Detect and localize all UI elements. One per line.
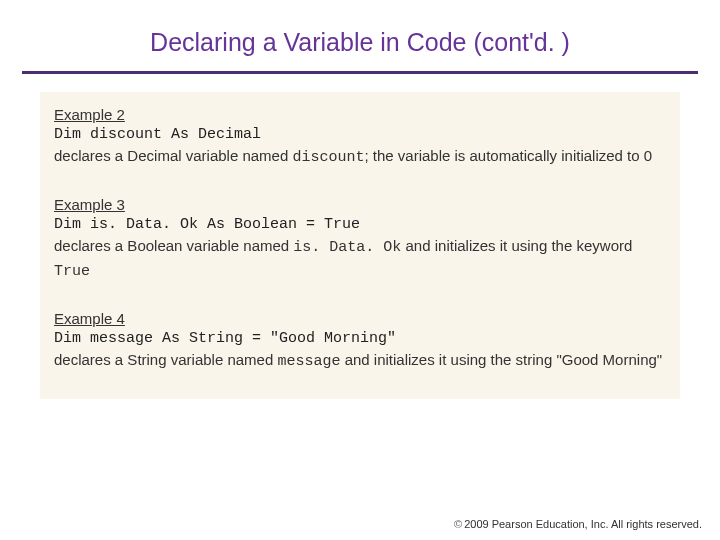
desc-pre: declares a Boolean variable named: [54, 237, 293, 254]
examples-box: Example 2 Dim discount As Decimal declar…: [40, 92, 680, 399]
desc-pre: declares a String variable named: [54, 351, 277, 368]
example-explanation: declares a Decimal variable named discou…: [54, 145, 666, 170]
slide: Declaring a Variable in Code (cont'd. ) …: [0, 0, 720, 540]
example-3: Example 3 Dim is. Data. Ok As Boolean = …: [54, 196, 666, 284]
slide-title: Declaring a Variable in Code (cont'd. ): [22, 28, 698, 71]
example-heading: Example 4: [54, 310, 666, 327]
footer: ©2009 Pearson Education, Inc. All rights…: [454, 518, 702, 530]
footer-text: 2009 Pearson Education, Inc. All rights …: [464, 518, 702, 530]
desc-mono: discount: [292, 149, 364, 166]
desc-post: ; the variable is automatically initiali…: [364, 147, 652, 164]
copyright-icon: ©: [454, 518, 462, 530]
desc-mono: message: [277, 353, 340, 370]
example-code: Dim is. Data. Ok As Boolean = True: [54, 216, 666, 233]
desc-mono2: True: [54, 263, 90, 280]
example-heading: Example 2: [54, 106, 666, 123]
example-code: Dim message As String = "Good Morning": [54, 330, 666, 347]
example-explanation: declares a Boolean variable named is. Da…: [54, 235, 666, 284]
desc-post: and initializes it using the string "Goo…: [340, 351, 662, 368]
example-4: Example 4 Dim message As String = "Good …: [54, 310, 666, 374]
example-explanation: declares a String variable named message…: [54, 349, 666, 374]
example-code: Dim discount As Decimal: [54, 126, 666, 143]
desc-mid: and initializes it using the keyword: [401, 237, 632, 254]
desc-pre: declares a Decimal variable named: [54, 147, 292, 164]
desc-mono: is. Data. Ok: [293, 239, 401, 256]
title-divider: [22, 71, 698, 74]
example-2: Example 2 Dim discount As Decimal declar…: [54, 106, 666, 170]
example-heading: Example 3: [54, 196, 666, 213]
